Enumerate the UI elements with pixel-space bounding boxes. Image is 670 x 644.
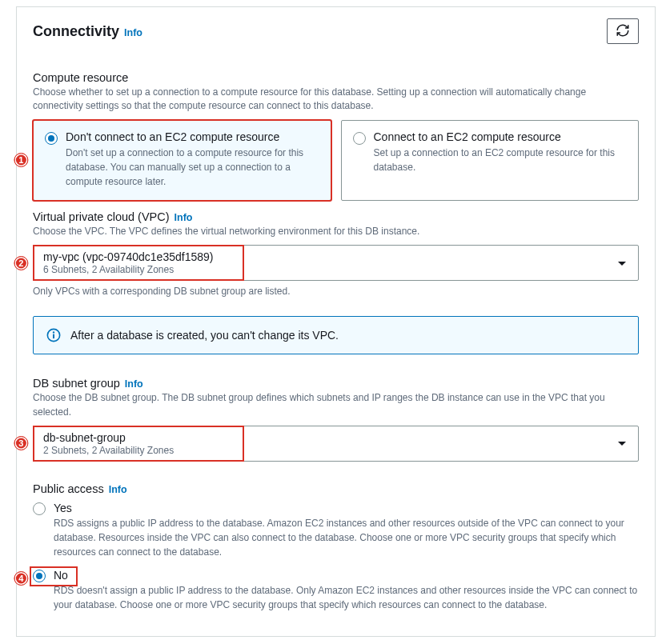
vpc-section: Virtual private cloud (VPC) Info Choose …: [33, 210, 639, 297]
chevron-down-icon: [617, 257, 627, 270]
compute-resource-section: Compute resource Choose whether to set u…: [33, 71, 639, 201]
info-link-subnet[interactable]: Info: [125, 378, 143, 390]
public-yes-label: Yes: [54, 502, 639, 514]
public-access-section: Public access Info Yes RDS assigns a pub…: [33, 482, 639, 620]
subnet-section: DB subnet group Info Choose the DB subne…: [33, 377, 639, 462]
subnet-select[interactable]: db-subnet-group 2 Subnets, 2 Availabilit…: [33, 426, 639, 462]
subnet-label: DB subnet group: [33, 377, 120, 390]
vpc-select-value: my-vpc (vpc-09740dc1e35df1589): [43, 250, 609, 263]
info-link-vpc[interactable]: Info: [175, 212, 193, 223]
vpc-change-alert: After a database is created, you can't c…: [33, 316, 639, 354]
compute-opt-b-title: Connect to an EC2 compute resource: [374, 130, 628, 143]
chevron-down-icon: [617, 437, 627, 450]
panel-header: Connectivity Info: [17, 7, 655, 49]
radio-icon: [353, 132, 366, 145]
compute-label: Compute resource: [33, 71, 639, 84]
subnet-select-sub: 2 Subnets, 2 Availability Zones: [43, 445, 609, 456]
refresh-icon: [616, 23, 630, 40]
vpc-label: Virtual private cloud (VPC): [33, 210, 170, 223]
public-access-radio-group: Yes RDS assigns a public IP address to t…: [33, 502, 639, 620]
info-link-header[interactable]: Info: [124, 27, 142, 38]
compute-option-connect[interactable]: Connect to an EC2 compute resource Set u…: [341, 120, 640, 201]
compute-radio-group: 1 Don't connect to an EC2 compute resour…: [33, 120, 639, 201]
alert-text: After a database is created, you can't c…: [70, 329, 339, 342]
subnet-hint: Choose the DB subnet group. The DB subne…: [33, 391, 639, 419]
vpc-select[interactable]: my-vpc (vpc-09740dc1e35df1589) 6 Subnets…: [33, 245, 639, 281]
svg-rect-2: [53, 334, 54, 338]
refresh-button[interactable]: [607, 18, 639, 44]
vpc-hint: Choose the VPC. The VPC defines the virt…: [33, 225, 639, 238]
public-access-yes[interactable]: Yes RDS assigns a public IP address to t…: [33, 502, 639, 559]
connectivity-panel: Connectivity Info Compute resource Choos…: [16, 6, 656, 637]
public-no-label: No: [54, 569, 639, 582]
vpc-note: Only VPCs with a corresponding DB subnet…: [33, 286, 639, 297]
info-link-public[interactable]: Info: [109, 484, 127, 495]
callout-badge-2: 2: [14, 256, 28, 270]
radio-icon: [33, 502, 46, 515]
public-access-no[interactable]: No RDS doesn't assign a public IP addres…: [33, 569, 639, 612]
radio-icon: [45, 132, 58, 145]
radio-icon: [33, 570, 46, 582]
panel-body: Compute resource Choose whether to set u…: [17, 49, 655, 636]
compute-opt-b-desc: Set up a connection to an EC2 compute re…: [374, 146, 628, 174]
public-label: Public access: [33, 482, 104, 495]
public-no-desc: RDS doesn't assign a public IP address t…: [54, 583, 639, 612]
callout-badge-3: 3: [14, 436, 28, 450]
callout-badge-4: 4: [14, 571, 28, 586]
compute-hint: Choose whether to set up a connection to…: [33, 86, 639, 114]
info-icon: [46, 328, 61, 342]
public-yes-desc: RDS assigns a public IP address to the d…: [54, 516, 639, 559]
compute-opt-a-desc: Don't set up a connection to a compute r…: [66, 146, 319, 189]
vpc-select-sub: 6 Subnets, 2 Availability Zones: [43, 264, 609, 275]
subnet-select-value: db-subnet-group: [43, 431, 609, 444]
compute-opt-a-title: Don't connect to an EC2 compute resource: [66, 130, 319, 143]
compute-option-dont-connect[interactable]: Don't connect to an EC2 compute resource…: [33, 120, 331, 201]
callout-badge-1: 1: [14, 153, 28, 167]
panel-title: Connectivity: [33, 23, 119, 40]
svg-point-1: [53, 331, 54, 333]
